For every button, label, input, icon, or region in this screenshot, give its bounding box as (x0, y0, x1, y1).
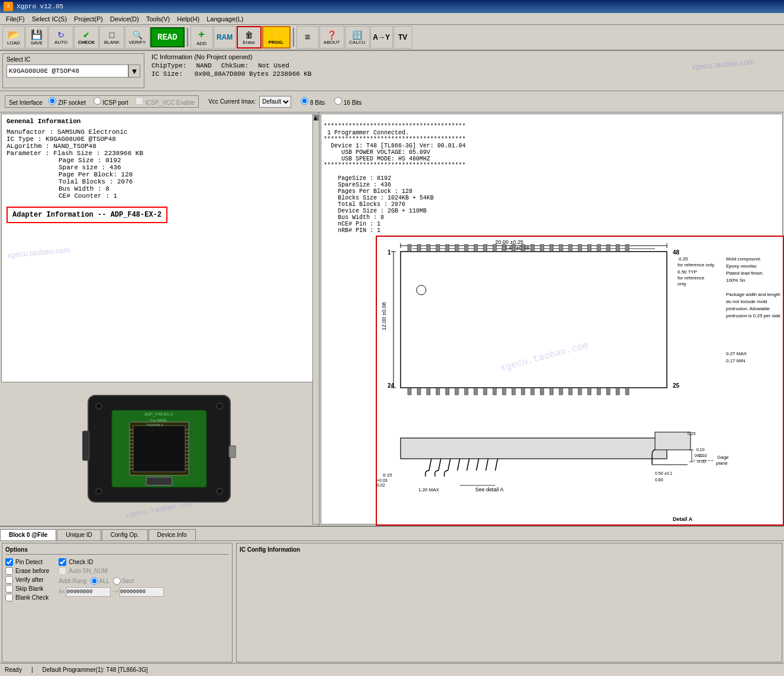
chip-diagram-svg: 20.00 ±0.25 18.40 ±0.08 12.00 ±0.08 48 2… (377, 237, 784, 526)
interface-row: Set Interface ZIF socket ICSP port ICSP_… (0, 91, 784, 112)
erase-label: Erase (243, 40, 255, 45)
svg-text:+0.10: +0.10 (696, 453, 707, 458)
auto-sn-checkbox[interactable] (59, 567, 66, 575)
addr-from-input[interactable] (66, 587, 111, 597)
svg-rect-117 (401, 438, 667, 459)
svg-rect-85 (483, 388, 487, 395)
menu-tools[interactable]: Tools(V) (143, 15, 173, 23)
erase-button[interactable]: 🗑 Erase (237, 26, 262, 49)
scroll-up-arrow[interactable]: ▲ (314, 115, 320, 121)
save-label: SAVE (31, 40, 43, 46)
svg-rect-83 (464, 388, 468, 395)
auto-button[interactable]: ↻ AUTO (49, 26, 73, 49)
svg-point-32 (96, 403, 102, 409)
svg-rect-57 (446, 244, 449, 252)
svg-rect-59 (464, 244, 468, 252)
ic-name-input[interactable] (7, 65, 128, 78)
add-icon: + (198, 28, 205, 41)
svg-rect-81 (446, 388, 449, 395)
menu-project[interactable]: Project(P) (70, 15, 107, 23)
bits8-label[interactable]: 8 Bits (301, 97, 325, 106)
ic-test-button[interactable]: ≡ (296, 26, 319, 49)
about-button[interactable]: ❓ ABOUT (320, 26, 344, 49)
info-param2: Page Size : 8192 (7, 157, 312, 164)
svg-rect-100 (625, 388, 629, 395)
add-button[interactable]: + ADD (191, 26, 213, 49)
verify-after-option[interactable]: Verify after (5, 576, 49, 584)
icsp-vcc-label[interactable]: ICSP_VCC Enable (135, 99, 195, 106)
pin-detect-checkbox[interactable] (5, 558, 13, 566)
addr-all-label[interactable]: ALL (91, 577, 110, 585)
svg-rect-78 (417, 388, 421, 395)
lang-button[interactable]: A→Y (370, 26, 393, 49)
menu-file[interactable]: File(F) (2, 15, 28, 23)
icsp-radio-label[interactable]: ICSP port (93, 99, 130, 106)
verify-button[interactable]: 🔍 VERIFY (125, 26, 150, 49)
load-button[interactable]: 📂 LOAD (2, 26, 25, 49)
pin-detect-option[interactable]: Pin Detect (5, 558, 49, 566)
addr-to-input[interactable] (120, 587, 164, 597)
svg-text:0.27 MAX: 0.27 MAX (726, 351, 747, 356)
erase-before-label: Erase before (15, 568, 49, 574)
addr-arrow: -> (112, 589, 118, 595)
bottom-tabs-section: Block 0 @File Unique ID Config Op. Devic… (0, 526, 784, 663)
erase-before-option[interactable]: Erase before (5, 567, 49, 575)
save-icon: 💾 (31, 29, 43, 40)
calcu-button[interactable]: 🔢 CALCU (345, 26, 370, 49)
addr-sect-label[interactable]: Sect (113, 577, 134, 585)
svg-rect-93 (559, 388, 563, 395)
skip-blank-checkbox[interactable] (5, 585, 13, 593)
addr-sect-radio[interactable] (113, 577, 121, 585)
svg-line-122 (467, 459, 469, 471)
erase-before-checkbox[interactable] (5, 567, 13, 575)
svg-point-35 (217, 488, 222, 494)
zif-radio-label[interactable]: ZIF socket (49, 99, 87, 106)
addr-prefix-label: 0x (59, 589, 65, 595)
load-icon: 📂 (8, 29, 20, 40)
skip-blank-option[interactable]: Skip Blank (5, 585, 49, 593)
vcc-select[interactable]: Default 100mA 200mA 500mA (259, 96, 291, 108)
check-id-checkbox[interactable] (59, 558, 66, 566)
ic-dropdown-button[interactable]: ▼ (128, 65, 140, 78)
verify-after-checkbox[interactable] (5, 576, 13, 584)
bits16-label[interactable]: 16 Bits (334, 97, 362, 106)
read-button[interactable]: READ (150, 27, 185, 47)
tab-uniqueid[interactable]: Unique ID (57, 529, 101, 540)
tab-deviceinfo[interactable]: Device.Info (149, 529, 196, 540)
blank-check-checkbox[interactable] (5, 594, 13, 601)
blank-button[interactable]: □ BLANK (99, 26, 124, 49)
prog-label: PROG. (269, 40, 284, 45)
tab-block0[interactable]: Block 0 @File (0, 529, 56, 540)
bits8-radio[interactable] (301, 97, 308, 105)
auto-sn-option[interactable]: Auto SN_NUM (59, 567, 164, 575)
icsp-radio[interactable] (93, 97, 101, 105)
zif-radio[interactable] (49, 97, 56, 105)
menu-device[interactable]: Device(D) (107, 15, 143, 23)
ic-info-row2: IC Size: 0x00_88A7D800 Bytes 2238966 KB (151, 70, 779, 78)
addr-range-row: Addr.Rang ALL Sect (59, 577, 164, 585)
check-id-option[interactable]: Check ID (59, 558, 164, 566)
about-label: ABOUT (324, 40, 340, 45)
svg-text:Gage: Gage (717, 455, 729, 460)
select-ic-label: Select IC (7, 56, 140, 63)
toolbar-separator-1 (187, 28, 188, 47)
ram-button[interactable]: RAM (214, 26, 236, 49)
blank-check-option[interactable]: Blank Check (5, 594, 49, 601)
scroll-bar-left[interactable]: ▲ (312, 114, 320, 524)
addr-range-label: Addr.Rang (59, 578, 86, 584)
icsp-vcc-checkbox[interactable] (135, 97, 143, 105)
addr-all-radio[interactable] (91, 577, 98, 585)
save-button[interactable]: 💾 SAVE (25, 26, 48, 49)
check-icon: ✔ (83, 30, 90, 40)
check-button[interactable]: ✔ CHECK (74, 26, 99, 49)
svg-rect-63 (502, 244, 506, 252)
menu-language[interactable]: Language(L) (203, 15, 247, 23)
svg-text:1.20 MAX: 1.20 MAX (418, 487, 440, 492)
prog-button[interactable]: ⚡ PROG. (262, 26, 291, 49)
add-label: ADD (196, 41, 207, 46)
bits16-radio[interactable] (334, 97, 342, 105)
menu-select-ic[interactable]: Select IC(S) (28, 15, 70, 23)
tab-configop[interactable]: Config Op. (102, 529, 148, 540)
tv-button[interactable]: TV (393, 26, 412, 49)
menu-help[interactable]: Help(H) (173, 15, 203, 23)
